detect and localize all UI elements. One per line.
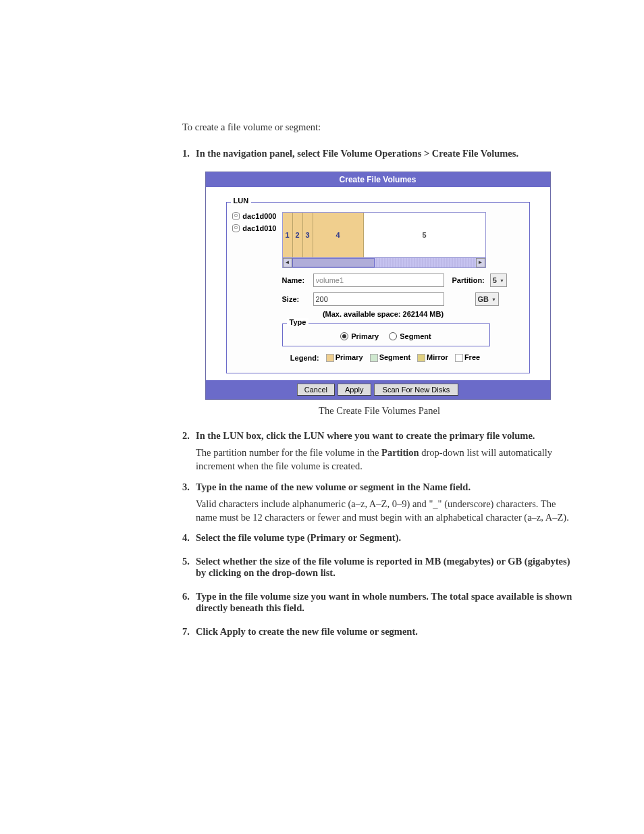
- scroll-right-button[interactable]: ►: [476, 258, 485, 267]
- legend-row: Legend: Primary Segment Mirror Free: [282, 353, 489, 362]
- lun-label: dac1d010: [242, 224, 276, 232]
- step-6-title: Type in the file volume size you want in…: [196, 591, 576, 614]
- scroll-track[interactable]: [292, 258, 476, 267]
- legend-label: Legend:: [290, 354, 319, 362]
- name-input[interactable]: [313, 273, 444, 287]
- step-1: 1. In the navigation panel, select File …: [182, 148, 576, 163]
- primary-radio[interactable]: Primary: [340, 332, 379, 340]
- partition-visual[interactable]: 1 2 3 4 5: [282, 212, 486, 258]
- unit-dropdown[interactable]: GB ▼: [475, 292, 499, 306]
- partition-cell-3[interactable]: 3: [303, 213, 313, 257]
- cancel-button[interactable]: Cancel: [297, 384, 335, 396]
- step-5: 5. Select whether the size of the file v…: [182, 556, 576, 583]
- size-input[interactable]: [313, 292, 444, 306]
- legend-primary-swatch: [326, 354, 334, 362]
- type-fieldset: Type Primary Segment: [282, 323, 490, 346]
- disk-icon: [232, 224, 240, 232]
- step-5-num: 5.: [182, 556, 190, 583]
- horizontal-scrollbar[interactable]: ◄ ►: [282, 258, 486, 268]
- step-4: 4. Select the file volume type (Primary …: [182, 532, 576, 548]
- max-space-text: (Max. available space: 262144 MB): [282, 310, 485, 318]
- legend-mirror-swatch: [417, 354, 425, 362]
- primary-radio-label: Primary: [351, 332, 379, 340]
- partition-cell-4[interactable]: 4: [313, 213, 364, 257]
- partition-label: Partition:: [452, 276, 485, 284]
- lun-fieldset: LUN dac1d000 dac1d010: [226, 202, 530, 373]
- panel-footer: Cancel Apply Scan For New Disks: [206, 380, 550, 399]
- disk-icon: [232, 212, 240, 220]
- partition-value: 5: [493, 276, 497, 284]
- intro-text: To create a file volume or segment:: [182, 122, 576, 133]
- step-7: 7. Click Apply to create the new file vo…: [182, 626, 576, 642]
- legend-free-swatch: [455, 354, 463, 362]
- partition-cell-5[interactable]: 5: [364, 213, 485, 257]
- radio-off-icon: [389, 332, 397, 340]
- step-4-title: Select the file volume type (Primary or …: [196, 532, 576, 544]
- step-2: 2. In the LUN box, click the LUN where y…: [182, 430, 576, 473]
- step-6: 6. Type in the file volume size you want…: [182, 591, 576, 618]
- step-4-num: 4.: [182, 532, 190, 548]
- step-3-title: Type in the name of the new volume or se…: [196, 481, 576, 493]
- segment-radio[interactable]: Segment: [389, 332, 431, 340]
- step-3: 3. Type in the name of the new volume or…: [182, 481, 576, 525]
- partition-cell-1[interactable]: 1: [283, 213, 293, 257]
- lun-label: dac1d000: [242, 212, 276, 220]
- step-2-title: In the LUN box, click the LUN where you …: [196, 430, 576, 442]
- step-3-num: 3.: [182, 481, 190, 525]
- step-7-num: 7.: [182, 626, 190, 642]
- scroll-left-button[interactable]: ◄: [283, 258, 292, 267]
- figure-caption: The Create File Volumes Panel: [182, 405, 576, 417]
- step-5-title: Select whether the size of the file volu…: [196, 556, 576, 579]
- scroll-thumb[interactable]: [292, 258, 375, 267]
- step-2-desc: The partition number for the file volume…: [196, 446, 576, 473]
- unit-value: GB: [478, 295, 489, 303]
- legend-segment-swatch: [370, 354, 378, 362]
- segment-radio-label: Segment: [400, 332, 431, 340]
- lun-list: dac1d000 dac1d010: [232, 212, 277, 236]
- step-6-num: 6.: [182, 591, 190, 618]
- step-1-title: In the navigation panel, select File Vol…: [196, 148, 576, 159]
- partition-dropdown[interactable]: 5 ▼: [490, 273, 507, 287]
- partition-cell-2[interactable]: 2: [293, 213, 303, 257]
- create-file-volumes-panel: Create File Volumes LUN dac1d000 dac1d0: [205, 172, 551, 400]
- step-7-title: Click Apply to create the new file volum…: [196, 626, 576, 637]
- lun-item-dac1d000[interactable]: dac1d000: [232, 212, 277, 220]
- legend-free: Free: [464, 353, 480, 361]
- name-label: Name:: [282, 276, 308, 284]
- step-3-desc: Valid characters include alphanumeric (a…: [196, 497, 576, 525]
- legend-segment: Segment: [379, 353, 410, 361]
- step-2-num: 2.: [182, 430, 190, 473]
- lun-legend: LUN: [231, 197, 252, 205]
- size-label: Size:: [282, 295, 308, 303]
- step-1-num: 1.: [182, 148, 190, 163]
- panel-title: Create File Volumes: [206, 172, 550, 187]
- legend-primary: Primary: [336, 353, 363, 361]
- type-legend: Type: [287, 318, 309, 326]
- scan-button[interactable]: Scan For New Disks: [374, 384, 459, 396]
- legend-mirror: Mirror: [427, 353, 448, 361]
- chevron-down-icon: ▼: [491, 297, 496, 302]
- radio-on-icon: [340, 332, 348, 340]
- lun-item-dac1d010[interactable]: dac1d010: [232, 224, 277, 232]
- chevron-down-icon: ▼: [500, 278, 504, 283]
- apply-button[interactable]: Apply: [338, 384, 371, 396]
